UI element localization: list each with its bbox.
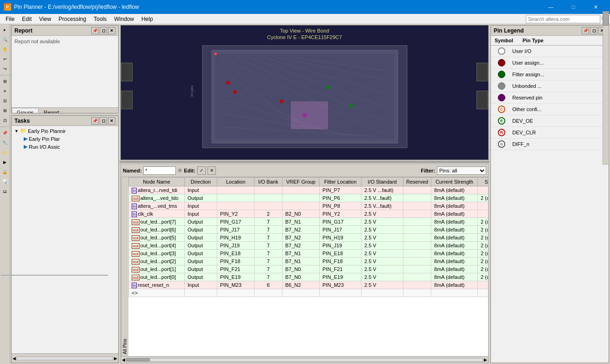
tasks-pin-btn[interactable]: 📌 xyxy=(91,117,99,125)
tab-report[interactable]: Report xyxy=(39,108,64,113)
filter-select[interactable]: Pins: all Pins: assigned Pins: unassigne… xyxy=(437,166,486,175)
legend-restore-btn[interactable]: ◻ xyxy=(590,27,597,34)
table-row[interactable]: outaltera_...ved_tdoOutputPIN_P62.5 V...… xyxy=(129,194,489,202)
cell-current: 8mA (default) xyxy=(431,202,478,210)
table-row[interactable]: outout_led...port[3]OutputPIN_E187B7_N1P… xyxy=(129,250,489,258)
table-row[interactable]: inaltera_...ved_tmsInputPIN_P82.5 V...fa… xyxy=(129,202,489,210)
hscroll-right-arrow[interactable]: ▶ xyxy=(483,357,488,362)
toolbar-btn-12[interactable]: 🔧 xyxy=(0,138,10,147)
table-body: inaltera_r...rved_tdiInputPIN_P72.5 V ..… xyxy=(129,186,489,297)
cell-current: 8mA (default) xyxy=(431,281,478,289)
table-row[interactable]: outout_led...port[4]OutputPIN_J197B7_N2P… xyxy=(129,242,489,250)
edit-cancel-btn[interactable]: ✕ xyxy=(208,166,216,175)
hscroll-thumb[interactable] xyxy=(127,358,150,361)
report-close-btn[interactable]: ✕ xyxy=(108,27,115,34)
svg-point-20 xyxy=(280,99,283,103)
toolbar-btn-11[interactable]: 📌 xyxy=(0,128,10,138)
tasks-tree-item-early-pin[interactable]: ▶ Early Pin Plar xyxy=(13,135,117,143)
table-row[interactable]: outout_led...port[2]OutputPIN_F187B7_N1P… xyxy=(129,258,489,265)
cell-bank: 7 xyxy=(255,258,282,265)
circle-e-icon: E xyxy=(498,117,505,125)
tasks-restore-btn[interactable]: ◻ xyxy=(100,117,107,125)
report-not-available: Report not available xyxy=(14,39,60,44)
cell-slew: 2 (default) xyxy=(478,250,488,258)
tab-groups[interactable]: Groups xyxy=(12,108,39,113)
menu-view[interactable]: View xyxy=(35,15,55,23)
table-row[interactable]: outout_led...port[5]OutputPIN_H197B7_N2P… xyxy=(129,234,489,242)
edit-confirm-btn[interactable]: ✓ xyxy=(197,166,206,175)
table-row[interactable]: inclk_clkInputPIN_Y22B2_N0PIN_Y22.5 V8mA… xyxy=(129,210,489,218)
toolbar-btn-17[interactable]: 🗂 xyxy=(0,187,10,196)
report-pin-btn[interactable]: 📌 xyxy=(91,27,99,34)
toolbar-btn-4[interactable]: ↩ xyxy=(0,54,10,64)
toolbar-btn-14[interactable]: ▶ xyxy=(0,158,10,167)
circle-r-icon: R xyxy=(498,129,505,136)
menu-window[interactable]: Window xyxy=(110,15,138,23)
tasks-close-btn[interactable]: ✕ xyxy=(108,117,115,125)
search-input[interactable] xyxy=(526,15,600,23)
minimize-button[interactable]: — xyxy=(540,0,562,14)
cell-direction: Output xyxy=(185,234,217,242)
menu-help[interactable]: Help xyxy=(138,15,157,23)
table-row[interactable]: outout_led...port[0]OutputPIN_E197B7_N0P… xyxy=(129,273,489,281)
cell-iostd: 2.5 V xyxy=(362,273,403,281)
cell-reserved xyxy=(403,273,431,281)
node-name-text: altera_...ved_tms xyxy=(138,203,177,209)
scroll-right-btn[interactable]: ▶ xyxy=(114,356,117,361)
report-restore-btn[interactable]: ◻ xyxy=(100,27,107,34)
cell-fitter: PIN_J19 xyxy=(320,242,362,250)
cell-direction: Input xyxy=(185,202,217,210)
svg-point-24 xyxy=(214,53,217,55)
toolbar-btn-8[interactable]: ⊟ xyxy=(0,96,10,106)
table-row[interactable]: outout_led...port[6]OutputPIN_J177B7_N2P… xyxy=(129,226,489,234)
menu-tools[interactable]: Tools xyxy=(90,15,110,23)
maximize-button[interactable]: □ xyxy=(563,0,584,14)
legend-vscroll-thumb[interactable] xyxy=(603,25,609,26)
legend-pin-btn[interactable]: 📌 xyxy=(582,27,589,34)
tasks-panel-controls: 📌 ◻ ✕ xyxy=(91,117,115,125)
cell-bank xyxy=(255,186,282,194)
svg-point-18 xyxy=(226,81,230,85)
table-row[interactable]: inaltera_r...rved_tdiInputPIN_P72.5 V ..… xyxy=(129,186,489,194)
cell-vref: B7_N2 xyxy=(282,226,320,234)
toolbar-btn-5[interactable]: ↪ xyxy=(0,64,10,73)
toolbar-btn-10[interactable]: ⊡ xyxy=(0,116,10,125)
toolbar-btn-1[interactable]: ▸ xyxy=(0,25,10,34)
data-table-container[interactable]: Node Name Direction Location I/O Bank VR… xyxy=(128,177,488,356)
cell-node-name: outout_led...port[6] xyxy=(129,226,185,234)
tasks-scroll-bar[interactable]: ◀ ▶ xyxy=(12,353,118,363)
legend-vscroll[interactable] xyxy=(603,25,609,165)
menu-edit[interactable]: Edit xyxy=(18,15,35,23)
tasks-tree-item-run-io[interactable]: ▶ Run I/O Assic xyxy=(13,143,117,151)
table-row[interactable]: outout_led...port[7]OutputPIN_G177B7_N1P… xyxy=(129,218,489,226)
out-badge: out xyxy=(132,259,140,265)
scroll-left-btn[interactable]: ◀ xyxy=(13,356,16,361)
pin-legend-panel: Pin Legend 📌 ◻ ✕ Symbol Pin Type User I/… xyxy=(490,25,609,363)
table-row[interactable]: <> xyxy=(129,289,489,297)
toolbar-btn-15[interactable]: 🔒 xyxy=(0,167,10,177)
toolbar-btn-13[interactable]: ⚡ xyxy=(0,148,10,157)
cell-vref: B6_N2 xyxy=(282,281,320,289)
toolbar-btn-3[interactable]: ✋ xyxy=(0,45,10,54)
toolbar-btn-6[interactable]: ⊞ xyxy=(0,77,10,86)
cell-vref xyxy=(282,289,320,297)
toolbar-btn-16[interactable]: 📊 xyxy=(0,177,10,186)
hscroll-left-arrow[interactable]: ◀ xyxy=(121,357,126,362)
horizontal-scroll-bar[interactable]: ◀ ▶ xyxy=(121,356,488,363)
toolbar-btn-9[interactable]: ⊞ xyxy=(0,106,10,115)
tasks-tree-item-early-pin-planner[interactable]: ▼ 📁 Early Pin Plannir xyxy=(13,127,117,135)
cell-slew xyxy=(478,186,488,194)
cell-slew: 2 (default) xyxy=(478,194,488,202)
toolbar-btn-2[interactable]: 🔍 xyxy=(0,35,10,44)
table-row[interactable]: inreset_reset_nInputPIN_M236B6_N2PIN_M23… xyxy=(129,281,489,289)
cell-fitter: PIN_P7 xyxy=(320,186,362,194)
menu-file[interactable]: File xyxy=(2,15,18,23)
cell-bank: 7 xyxy=(255,226,282,234)
named-input[interactable] xyxy=(143,166,176,175)
menu-processing[interactable]: Processing xyxy=(55,15,90,23)
left-connector xyxy=(121,63,133,81)
toolbar-btn-7[interactable]: ≡ xyxy=(0,86,10,96)
node-name-text: out_led...port[0] xyxy=(141,274,176,280)
table-row[interactable]: outout_led...port[1]OutputPIN_F217B7_N0P… xyxy=(129,265,489,273)
pane-divider[interactable] xyxy=(120,161,489,163)
